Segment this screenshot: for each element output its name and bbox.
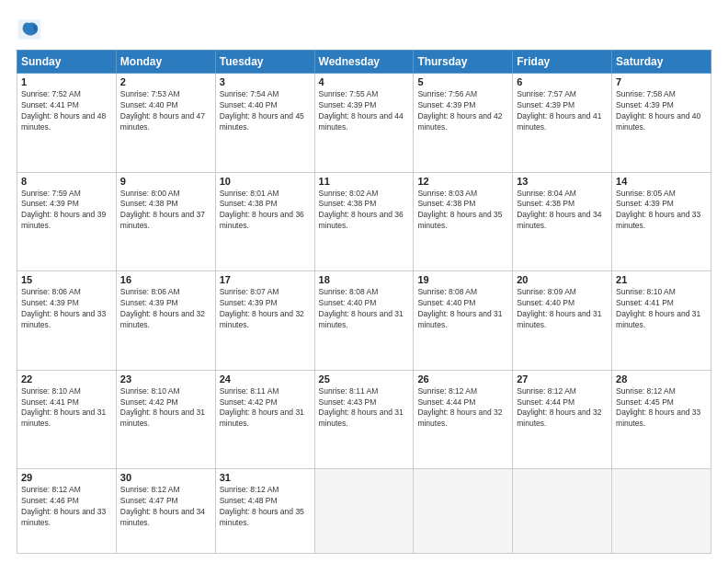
day-info: Sunrise: 8:12 AMSunset: 4:47 PMDaylight:…	[120, 485, 211, 529]
week-row-3: 15Sunrise: 8:06 AMSunset: 4:39 PMDayligh…	[17, 271, 711, 371]
calendar-cell: 10Sunrise: 8:01 AMSunset: 4:38 PMDayligh…	[215, 172, 314, 271]
calendar-cell: 15Sunrise: 8:06 AMSunset: 4:39 PMDayligh…	[17, 271, 117, 371]
day-info: Sunrise: 8:12 AMSunset: 4:45 PMDaylight:…	[616, 386, 707, 431]
day-number: 5	[417, 76, 508, 87]
calendar-table: SundayMondayTuesdayWednesdayThursdayFrid…	[17, 50, 711, 554]
day-number: 29	[21, 472, 112, 483]
day-header-friday: Friday	[513, 51, 612, 74]
day-number: 19	[417, 274, 508, 285]
day-number: 23	[120, 373, 211, 385]
day-info: Sunrise: 8:07 AMSunset: 4:39 PMDaylight:…	[220, 287, 311, 331]
calendar-cell: 14Sunrise: 8:05 AMSunset: 4:39 PMDayligh…	[612, 172, 711, 271]
day-info: Sunrise: 8:08 AMSunset: 4:40 PMDaylight:…	[417, 287, 508, 331]
day-number: 21	[616, 274, 707, 285]
day-number: 8	[21, 176, 112, 187]
calendar-cell: 8Sunrise: 7:59 AMSunset: 4:39 PMDaylight…	[17, 172, 117, 271]
day-number: 2	[120, 76, 211, 87]
day-info: Sunrise: 8:08 AMSunset: 4:40 PMDaylight:…	[319, 287, 410, 331]
logo-icon	[17, 17, 42, 42]
day-info: Sunrise: 8:11 AMSunset: 4:43 PMDaylight:…	[319, 386, 410, 431]
day-info: Sunrise: 8:03 AMSunset: 4:38 PMDaylight:…	[417, 189, 508, 233]
day-header-thursday: Thursday	[414, 51, 513, 74]
calendar-cell: 27Sunrise: 8:12 AMSunset: 4:44 PMDayligh…	[513, 370, 612, 469]
calendar-cell	[612, 469, 711, 554]
day-info: Sunrise: 8:06 AMSunset: 4:39 PMDaylight:…	[21, 287, 112, 331]
day-number: 10	[220, 176, 311, 187]
day-info: Sunrise: 8:12 AMSunset: 4:48 PMDaylight:…	[220, 485, 311, 529]
day-header-saturday: Saturday	[612, 51, 711, 74]
calendar-cell: 25Sunrise: 8:11 AMSunset: 4:43 PMDayligh…	[314, 370, 414, 469]
day-number: 24	[220, 373, 311, 385]
week-row-1: 1Sunrise: 7:52 AMSunset: 4:41 PMDaylight…	[17, 74, 711, 173]
calendar-cell: 21Sunrise: 8:10 AMSunset: 4:41 PMDayligh…	[612, 271, 711, 371]
calendar-cell: 28Sunrise: 8:12 AMSunset: 4:45 PMDayligh…	[612, 370, 711, 469]
day-info: Sunrise: 8:09 AMSunset: 4:40 PMDaylight:…	[517, 287, 608, 331]
calendar-cell: 9Sunrise: 8:00 AMSunset: 4:38 PMDaylight…	[116, 172, 215, 271]
day-number: 4	[319, 76, 410, 87]
week-row-5: 29Sunrise: 8:12 AMSunset: 4:46 PMDayligh…	[17, 469, 711, 554]
calendar-cell: 22Sunrise: 8:10 AMSunset: 4:41 PMDayligh…	[17, 370, 117, 469]
day-info: Sunrise: 7:55 AMSunset: 4:39 PMDaylight:…	[319, 89, 410, 133]
calendar-cell: 31Sunrise: 8:12 AMSunset: 4:48 PMDayligh…	[215, 469, 314, 554]
day-number: 16	[120, 274, 211, 285]
day-number: 22	[21, 373, 112, 385]
logo	[17, 17, 46, 42]
day-number: 7	[616, 76, 707, 87]
calendar-cell: 12Sunrise: 8:03 AMSunset: 4:38 PMDayligh…	[414, 172, 513, 271]
calendar-header-row: SundayMondayTuesdayWednesdayThursdayFrid…	[17, 51, 711, 74]
day-number: 3	[220, 76, 311, 87]
week-row-2: 8Sunrise: 7:59 AMSunset: 4:39 PMDaylight…	[17, 172, 711, 271]
calendar-cell: 19Sunrise: 8:08 AMSunset: 4:40 PMDayligh…	[414, 271, 513, 371]
day-info: Sunrise: 8:02 AMSunset: 4:38 PMDaylight:…	[319, 189, 410, 233]
calendar-cell: 18Sunrise: 8:08 AMSunset: 4:40 PMDayligh…	[314, 271, 414, 371]
calendar-cell: 5Sunrise: 7:56 AMSunset: 4:39 PMDaylight…	[414, 74, 513, 173]
week-row-4: 22Sunrise: 8:10 AMSunset: 4:41 PMDayligh…	[17, 370, 711, 469]
calendar-cell: 23Sunrise: 8:10 AMSunset: 4:42 PMDayligh…	[116, 370, 215, 469]
page: SundayMondayTuesdayWednesdayThursdayFrid…	[0, 0, 728, 563]
day-info: Sunrise: 8:12 AMSunset: 4:44 PMDaylight:…	[417, 386, 508, 431]
day-number: 20	[517, 274, 608, 285]
calendar-cell: 16Sunrise: 8:06 AMSunset: 4:39 PMDayligh…	[116, 271, 215, 371]
day-number: 30	[120, 472, 211, 483]
day-header-tuesday: Tuesday	[215, 51, 314, 74]
calendar-cell	[314, 469, 414, 554]
calendar-cell: 26Sunrise: 8:12 AMSunset: 4:44 PMDayligh…	[414, 370, 513, 469]
day-number: 27	[517, 373, 608, 385]
day-info: Sunrise: 8:10 AMSunset: 4:41 PMDaylight:…	[21, 386, 112, 431]
calendar-cell: 29Sunrise: 8:12 AMSunset: 4:46 PMDayligh…	[17, 469, 117, 554]
day-info: Sunrise: 8:06 AMSunset: 4:39 PMDaylight:…	[120, 287, 211, 331]
day-info: Sunrise: 7:56 AMSunset: 4:39 PMDaylight:…	[417, 89, 508, 133]
calendar-cell: 20Sunrise: 8:09 AMSunset: 4:40 PMDayligh…	[513, 271, 612, 371]
day-info: Sunrise: 7:52 AMSunset: 4:41 PMDaylight:…	[21, 89, 112, 133]
day-info: Sunrise: 7:57 AMSunset: 4:39 PMDaylight:…	[517, 89, 608, 133]
day-header-wednesday: Wednesday	[314, 51, 414, 74]
day-info: Sunrise: 8:10 AMSunset: 4:42 PMDaylight:…	[120, 386, 211, 431]
day-info: Sunrise: 8:11 AMSunset: 4:42 PMDaylight:…	[220, 386, 311, 431]
calendar-cell: 7Sunrise: 7:58 AMSunset: 4:39 PMDaylight…	[612, 74, 711, 173]
day-number: 31	[220, 472, 311, 483]
calendar-cell	[414, 469, 513, 554]
header	[17, 17, 711, 42]
calendar-cell: 2Sunrise: 7:53 AMSunset: 4:40 PMDaylight…	[116, 74, 215, 173]
day-number: 9	[120, 176, 211, 187]
day-info: Sunrise: 8:04 AMSunset: 4:38 PMDaylight:…	[517, 189, 608, 233]
calendar-cell	[513, 469, 612, 554]
day-info: Sunrise: 8:00 AMSunset: 4:38 PMDaylight:…	[120, 189, 211, 233]
day-number: 1	[21, 76, 112, 87]
calendar-cell: 11Sunrise: 8:02 AMSunset: 4:38 PMDayligh…	[314, 172, 414, 271]
day-number: 13	[517, 176, 608, 187]
day-header-monday: Monday	[116, 51, 215, 74]
day-number: 12	[417, 176, 508, 187]
day-number: 14	[616, 176, 707, 187]
day-number: 28	[616, 373, 707, 385]
day-info: Sunrise: 7:58 AMSunset: 4:39 PMDaylight:…	[616, 89, 707, 133]
day-number: 25	[319, 373, 410, 385]
calendar-cell: 4Sunrise: 7:55 AMSunset: 4:39 PMDaylight…	[314, 74, 414, 173]
day-number: 26	[417, 373, 508, 385]
day-number: 11	[319, 176, 410, 187]
calendar-cell: 17Sunrise: 8:07 AMSunset: 4:39 PMDayligh…	[215, 271, 314, 371]
calendar-cell: 3Sunrise: 7:54 AMSunset: 4:40 PMDaylight…	[215, 74, 314, 173]
day-number: 15	[21, 274, 112, 285]
day-info: Sunrise: 7:59 AMSunset: 4:39 PMDaylight:…	[21, 189, 112, 233]
calendar-cell: 30Sunrise: 8:12 AMSunset: 4:47 PMDayligh…	[116, 469, 215, 554]
